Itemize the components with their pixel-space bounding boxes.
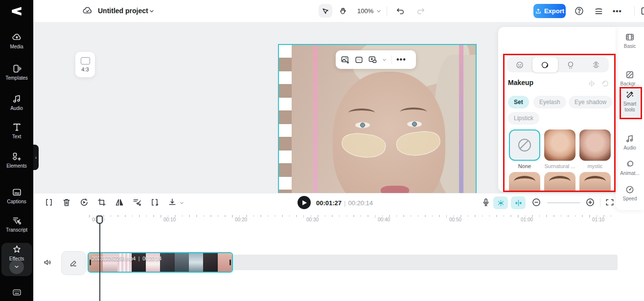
rail-item-smart-tools[interactable]: Smart tools <box>616 90 644 113</box>
ruler-label: 01:00 <box>521 217 533 222</box>
compare-icon[interactable] <box>587 79 596 88</box>
mark-in-icon[interactable] <box>150 197 160 207</box>
clip-trim-handle-right[interactable] <box>230 259 231 265</box>
sidebar-item-elements[interactable]: Elements <box>0 151 33 174</box>
clip-duration: 00:20:14 <box>142 256 161 261</box>
split-compare-button[interactable] <box>511 196 526 209</box>
tab-makeup[interactable] <box>532 57 558 72</box>
zoom-chevron-icon[interactable] <box>376 8 382 14</box>
zoom-in-icon[interactable] <box>585 197 595 207</box>
rail-item-label: Speed <box>623 196 637 202</box>
playhead-handle[interactable] <box>96 215 103 224</box>
download-frame-icon[interactable] <box>167 197 177 207</box>
project-menu-chevron-icon[interactable] <box>149 8 155 14</box>
delete-icon[interactable] <box>62 197 71 207</box>
tab-body[interactable] <box>583 57 609 72</box>
reverse-icon[interactable] <box>79 197 89 207</box>
export-label: Export <box>544 7 564 15</box>
playhead-line[interactable] <box>99 216 100 301</box>
shortcut-keyboard-icon[interactable] <box>12 287 22 298</box>
microphone-icon[interactable] <box>481 197 491 207</box>
aspect-ratio-button[interactable]: 4:3 <box>75 52 95 77</box>
preset-label: mystic <box>578 163 612 169</box>
clip-edit-button[interactable] <box>61 251 86 275</box>
film-strip-decoration <box>279 45 292 214</box>
makeup-pill-lipstick[interactable]: Lipstick <box>508 112 539 125</box>
layout-columns-icon[interactable] <box>640 6 644 16</box>
rail-item-label: Smart tools <box>620 101 640 113</box>
ruler-label: 00:20 <box>235 217 247 222</box>
current-time: 00:01:27 <box>316 199 342 207</box>
play-button[interactable] <box>298 196 311 209</box>
ruler-label: 00:30 <box>306 217 319 222</box>
drafts-icon[interactable] <box>594 6 604 17</box>
help-icon[interactable] <box>574 6 584 16</box>
split-icon[interactable] <box>44 197 54 207</box>
ruler-tick <box>89 215 90 218</box>
clip-info: 202312262258.mp4 | 00:20:14 <box>92 256 161 261</box>
makeup-pill-set[interactable]: Set <box>508 96 529 108</box>
makeup-pill-eyelash[interactable]: Eyelash <box>533 96 566 108</box>
pip-icon[interactable] <box>368 55 377 64</box>
zoom-level[interactable]: 100% <box>357 7 373 15</box>
makeup-pill-eyeshadow[interactable]: Eye shadow <box>569 96 612 108</box>
add-media-icon[interactable] <box>341 55 350 64</box>
sidebar-item-transcript[interactable]: Transcript <box>0 215 33 238</box>
video-clip[interactable] <box>88 252 233 273</box>
cloud-sync-icon[interactable] <box>82 5 93 16</box>
smart-trim-icon[interactable] <box>132 197 142 207</box>
sidebar-item-text[interactable]: Text <box>0 122 33 145</box>
rail-item-basic[interactable]: Basic <box>616 32 644 49</box>
preset-none[interactable] <box>509 129 540 161</box>
rail-item-audio[interactable]: Audio <box>616 134 644 151</box>
preset-thumb-partial[interactable] <box>509 172 540 192</box>
cursor-tool-button[interactable] <box>319 4 332 18</box>
sidebar-item-media[interactable]: Media <box>0 32 33 55</box>
timeline-zoom-slider[interactable] <box>547 202 580 203</box>
preset-mystic[interactable] <box>579 129 611 161</box>
timeline-fullscreen-icon[interactable] <box>605 197 615 207</box>
download-chevron-icon[interactable] <box>179 200 184 206</box>
sidebar-item-label: Audio <box>10 106 23 111</box>
preset-surnatural[interactable] <box>544 129 575 161</box>
sidebar-item-templates[interactable]: Templates <box>0 64 33 86</box>
auto-beautify-button[interactable] <box>493 196 508 209</box>
reset-icon[interactable] <box>601 79 610 88</box>
crop-icon[interactable] <box>97 197 107 207</box>
tab-reshape[interactable] <box>558 57 583 72</box>
zoom-out-icon[interactable] <box>531 197 541 207</box>
capcut-logo[interactable] <box>0 0 33 22</box>
chevron-down-icon[interactable] <box>382 57 387 63</box>
track-mute-icon[interactable] <box>43 258 52 267</box>
sidebar-item-label: Text <box>12 134 21 139</box>
track-empty-area[interactable] <box>233 255 618 270</box>
clip-trim-handle-left[interactable] <box>90 259 91 265</box>
sidebar-item-effects[interactable]: Effects <box>0 244 33 267</box>
none-icon <box>518 139 531 151</box>
time-display: 00:01:27|00:20:14 <box>316 199 373 207</box>
mirror-icon[interactable] <box>115 197 124 207</box>
play-icon <box>302 200 307 205</box>
rail-item-speed[interactable]: Speed <box>616 185 644 202</box>
more-options-icon[interactable]: ••• <box>396 55 406 64</box>
redo-icon[interactable] <box>416 6 426 16</box>
export-button[interactable]: Export <box>533 4 566 18</box>
toolbar-divider <box>391 55 392 64</box>
face-info-icon[interactable] <box>354 55 364 64</box>
hand-tool-button[interactable] <box>336 4 349 18</box>
panel-expand-handle[interactable]: › <box>33 145 39 170</box>
rail-item-animation[interactable]: Animat... <box>616 159 644 176</box>
project-title[interactable]: Untitled project <box>98 7 148 15</box>
video-preview[interactable] <box>278 44 477 214</box>
sidebar-item-audio[interactable]: Audio <box>0 94 33 116</box>
preset-thumb-partial[interactable] <box>544 172 575 192</box>
more-menu-icon[interactable]: ••• <box>613 7 622 15</box>
rail-item-label: Backgr... <box>621 81 640 87</box>
portrait-brow-right <box>400 108 427 116</box>
tab-face-beauty[interactable] <box>507 57 532 72</box>
topbar-divider <box>387 6 387 16</box>
sidebar-item-captions[interactable]: Captions <box>0 187 33 210</box>
preset-thumb-partial[interactable] <box>579 172 611 192</box>
rail-item-background[interactable]: Backgr... <box>616 70 644 87</box>
undo-icon[interactable] <box>395 6 405 16</box>
